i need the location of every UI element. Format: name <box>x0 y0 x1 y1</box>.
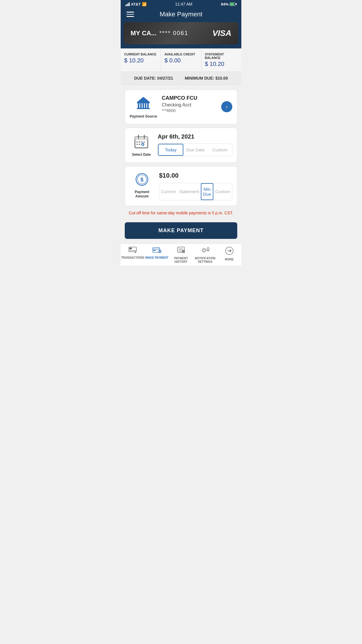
balance-row: CURRENT BALANCE $ 10.20 AVAILABLE CREDIT… <box>121 48 241 72</box>
svg-rect-9 <box>135 137 148 140</box>
payment-history-icon: $ <box>177 247 185 256</box>
current-date-display: Apr 6th, 2021 <box>158 133 232 140</box>
svg-rect-6 <box>137 108 150 109</box>
statement-balance-value: $ 10.20 <box>205 61 238 67</box>
date-option-due-date[interactable]: Due Date <box>183 144 208 156</box>
status-right: 84% <box>221 2 237 6</box>
due-date-row: DUE DATE: 04/27/21 MINIMUM DUE: $10.00 <box>121 72 241 85</box>
account-number: ***8600 <box>162 108 217 113</box>
signal-icon <box>125 2 130 6</box>
nav-more[interactable]: MORE <box>217 247 241 264</box>
nav-more-label: MORE <box>225 258 234 261</box>
current-balance-item: CURRENT BALANCE $ 10.20 <box>121 48 161 71</box>
payment-source-arrow-button[interactable]: › <box>221 101 232 112</box>
battery-percent: 84% <box>221 2 229 6</box>
statement-balance-label: STATEMENT BALANCE <box>205 52 238 60</box>
svg-rect-2 <box>140 103 142 108</box>
nav-make-payment-label: MAKE PAYMENT <box>145 256 168 260</box>
amount-option-current[interactable]: Current <box>159 183 177 200</box>
payment-source-info: CAMPCO FCU Checking Acct ***8600 <box>162 95 217 113</box>
svg-text:$: $ <box>183 251 184 253</box>
credit-card: MY CA... **** 0061 VISA <box>124 22 238 44</box>
date-option-today[interactable]: Today <box>158 144 183 156</box>
available-credit-value: $ 0.00 <box>164 57 197 64</box>
hamburger-menu[interactable] <box>126 12 134 17</box>
svg-point-41 <box>203 249 205 251</box>
amount-option-custom[interactable]: Custom <box>213 183 232 200</box>
svg-rect-17 <box>139 144 140 145</box>
notification-settings-icon <box>201 247 210 256</box>
account-type: Checking Acct <box>162 102 217 108</box>
wifi-icon: 📶 <box>142 2 147 6</box>
nav-notification-settings[interactable]: NOTIFICATION SETTINGS <box>193 247 217 264</box>
card-name-number: MY CA... **** 0061 <box>131 29 188 37</box>
svg-rect-15 <box>143 141 145 143</box>
battery-icon <box>230 3 237 6</box>
date-option-custom[interactable]: Custom <box>208 144 232 156</box>
nav-payment-history[interactable]: $ PAYMENT HISTORY <box>169 247 193 264</box>
cutoff-notice: Cut-off time for same-day mobile payment… <box>125 209 237 216</box>
nav-make-payment[interactable]: MAKE PAYMENT <box>145 247 169 264</box>
card-name: MY CA... <box>131 29 157 37</box>
transactions-icon <box>129 247 137 255</box>
select-date-label: Select Date <box>132 153 151 157</box>
nav-transactions-label: TRANSACTIONS <box>121 256 144 260</box>
date-options: Today Due Date Custom <box>158 144 232 156</box>
payment-source-icon-section: Payment Source <box>130 95 157 119</box>
current-balance-label: CURRENT BALANCE <box>124 52 157 56</box>
amount-info: $10.00 Current Statement Min Due Custom <box>159 172 232 200</box>
svg-text:$: $ <box>140 176 144 183</box>
svg-rect-4 <box>145 103 146 108</box>
select-date-card: Select Date Apr 6th, 2021 Today Due Date… <box>125 128 237 163</box>
more-icon <box>225 247 233 257</box>
nav-payment-history-label: PAYMENT HISTORY <box>169 257 193 264</box>
payment-source-card: Payment Source CAMPCO FCU Checking Acct … <box>125 90 237 125</box>
nav-transactions[interactable]: TRANSACTIONS <box>121 247 145 264</box>
card-section: MY CA... **** 0061 VISA <box>121 22 241 48</box>
amount-option-statement[interactable]: Statement <box>177 183 201 200</box>
amount-options: Current Statement Min Due Custom <box>159 183 232 200</box>
svg-rect-24 <box>129 248 132 249</box>
min-due-section: MINIMUM DUE: $10.00 <box>185 76 228 80</box>
statement-balance-item: STATEMENT BALANCE $ 10.20 <box>201 48 241 71</box>
svg-rect-0 <box>137 102 150 103</box>
make-payment-button[interactable]: MAKE PAYMENT <box>125 222 237 239</box>
svg-rect-31 <box>153 250 156 251</box>
amount-display: $10.00 <box>159 172 232 179</box>
due-date-section: DUE DATE: 04/27/21 <box>134 76 173 80</box>
status-time: 11:47 AM <box>175 2 192 6</box>
card-number: **** 0061 <box>159 30 188 36</box>
bottom-nav: TRANSACTIONS MAKE PAYMENT $ <box>121 244 241 265</box>
payment-amount-label: Payment Amount <box>130 190 154 199</box>
date-info: Apr 6th, 2021 Today Due Date Custom <box>158 133 232 156</box>
main-content: Payment Source CAMPCO FCU Checking Acct … <box>121 85 241 221</box>
svg-rect-5 <box>147 103 149 108</box>
current-balance-value: $ 10.20 <box>124 57 157 64</box>
dollar-icon: $ <box>134 172 150 188</box>
svg-rect-13 <box>139 141 140 143</box>
bank-name: CAMPCO FCU <box>162 95 217 101</box>
status-bar: AT&T 📶 11:47 AM 84% <box>121 0 241 8</box>
min-due-value: $10.00 <box>215 76 228 80</box>
payment-source-label: Payment Source <box>130 114 157 119</box>
available-credit-item: AVAILABLE CREDIT $ 0.00 <box>161 48 201 71</box>
svg-rect-3 <box>143 103 144 108</box>
svg-rect-1 <box>138 103 139 108</box>
svg-rect-16 <box>136 144 138 145</box>
due-date-value: 04/27/21 <box>157 76 173 80</box>
svg-marker-7 <box>137 97 150 102</box>
carrier-label: AT&T <box>131 2 141 6</box>
header: Make Payment <box>121 8 241 22</box>
svg-rect-12 <box>136 141 138 143</box>
svg-point-42 <box>202 248 206 252</box>
date-icon-section: Select Date <box>130 133 153 157</box>
payment-amount-card: $ Payment Amount $10.00 Current Statemen… <box>125 166 237 206</box>
due-date-label: DUE DATE: <box>134 76 156 80</box>
svg-rect-19 <box>142 144 143 145</box>
min-due-label: MINIMUM DUE: <box>185 76 214 80</box>
calendar-icon <box>133 133 150 151</box>
page-title: Make Payment <box>160 10 203 18</box>
amount-option-min-due[interactable]: Min Due <box>201 183 214 200</box>
status-left: AT&T 📶 <box>125 2 147 6</box>
visa-logo: VISA <box>212 29 231 38</box>
